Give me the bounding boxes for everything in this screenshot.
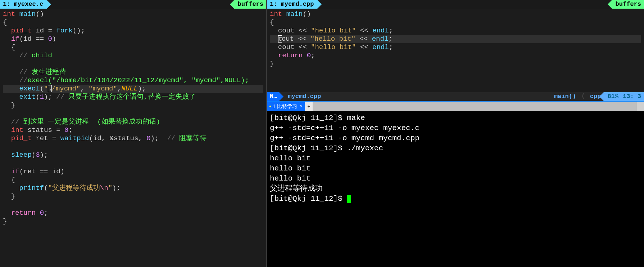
code-line: execl("./mycmd", "mycmd",NULL); [3, 85, 263, 93]
code-line: if(ret == id) [3, 168, 263, 176]
code-line: pid_t ret = waitpid(id, &status, 0); // … [3, 134, 263, 143]
tab-indicator-icon: ● [269, 104, 271, 109]
code-line: return 0; [270, 52, 641, 60]
code-line [3, 159, 263, 168]
terminal-pane: ● 1 比特学习 × + [bit@Qkj 11_12]$ makeg++ -s… [267, 101, 644, 267]
status-mode: N… [267, 92, 279, 101]
buffer-tab-mycmd[interactable]: 1: mycmd.cpp [267, 0, 317, 9]
status-func-lang: main() ⟨ cpp [554, 93, 604, 101]
status-position: 81% 13: 3 [604, 92, 644, 101]
status-line-right: N… mycmd.cpp main() ⟨ cpp 81% 13: 3 [267, 92, 644, 101]
code-line: printf("父进程等待成功\n"); [3, 184, 263, 192]
code-line: //execl("/home/bit/104/2022/11_12/mycmd"… [3, 76, 263, 85]
editor-pane-left: 1: myexec.c buffers int main(){ pid_t id… [0, 0, 267, 267]
code-line: } [3, 192, 263, 201]
code-line: cout << "hello bit" << endl; [270, 27, 641, 35]
terminal-tabbar: ● 1 比特学习 × + [267, 102, 644, 111]
code-line: } [3, 217, 263, 226]
buffer-bar-right: 1: mycmd.cpp buffers [267, 0, 644, 9]
code-line: } [270, 60, 641, 68]
code-line [3, 201, 263, 209]
code-line [3, 60, 263, 68]
code-line: { [3, 43, 263, 52]
code-area-left[interactable]: int main(){ pid_t id = fork(); if(id == … [0, 9, 266, 267]
code-line: cout << "hello bit" << endl; [270, 43, 641, 52]
terminal-cursor-icon [347, 195, 351, 203]
buffers-label-right[interactable]: buffers [612, 0, 644, 9]
terminal-line: [bit@Qkj 11_12]$ ./myexec [270, 143, 641, 153]
close-icon[interactable]: × [300, 103, 303, 109]
code-area-right[interactable]: int main(){ cout << "hello bit" << endl;… [267, 9, 644, 92]
terminal-tab-name: 1 比特学习 [273, 103, 297, 110]
right-pane: 1: mycmd.cpp buffers int main(){ cout <<… [267, 0, 644, 267]
editor-pane-right: 1: mycmd.cpp buffers int main(){ cout <<… [267, 0, 644, 101]
terminal-line: g++ -std=c++11 -o mycmd mycmd.cpp [270, 133, 641, 143]
code-line: exit(1); // 只要子进程执行这个语句,替换一定失败了 [3, 93, 263, 101]
terminal-line: hello bit [270, 164, 641, 174]
buffer-tab-myexec[interactable]: 1: myexec.c [0, 0, 47, 9]
code-line: { [270, 18, 641, 27]
code-line: int main() [3, 10, 263, 18]
terminal-line: hello bit [270, 174, 641, 184]
code-line: sleep(3); [3, 151, 263, 159]
terminal-line: [bit@Qkj 11_12]$ [270, 194, 641, 204]
terminal-output[interactable]: [bit@Qkj 11_12]$ makeg++ -std=c++11 -o m… [267, 111, 644, 206]
code-line: if(id == 0) [3, 35, 263, 43]
add-tab-button[interactable]: + [305, 102, 313, 111]
code-line: // 到这里 一定是父进程 (如果替换成功的话) [3, 118, 263, 126]
code-line: // child [3, 52, 263, 60]
code-line: } [3, 101, 263, 110]
terminal-line: [bit@Qkj 11_12]$ make [270, 113, 641, 123]
code-line: return 0; [3, 209, 263, 217]
terminal-line: hello bit [270, 153, 641, 164]
code-line: cout << "hello bit" << endl; [270, 35, 641, 43]
buffers-label-left[interactable]: buffers [234, 0, 266, 9]
code-line [3, 110, 263, 118]
code-line: int main() [270, 10, 641, 18]
code-line: pid_t id = fork(); [3, 27, 263, 35]
terminal-line: 父进程等待成功 [270, 184, 641, 194]
buffer-bar-left: 1: myexec.c buffers [0, 0, 266, 9]
tab-scroll-indicator [636, 102, 644, 111]
status-filename: mycmd.cpp [279, 93, 554, 101]
code-line: int status = 0; [3, 126, 263, 134]
code-line: // 发生进程替 [3, 68, 263, 76]
terminal-tab-active[interactable]: ● 1 比特学习 × [267, 102, 305, 111]
code-line: { [3, 18, 263, 27]
code-line: { [3, 176, 263, 184]
code-line [3, 143, 263, 151]
terminal-line: g++ -std=c++11 -o myexec myexec.c [270, 123, 641, 133]
